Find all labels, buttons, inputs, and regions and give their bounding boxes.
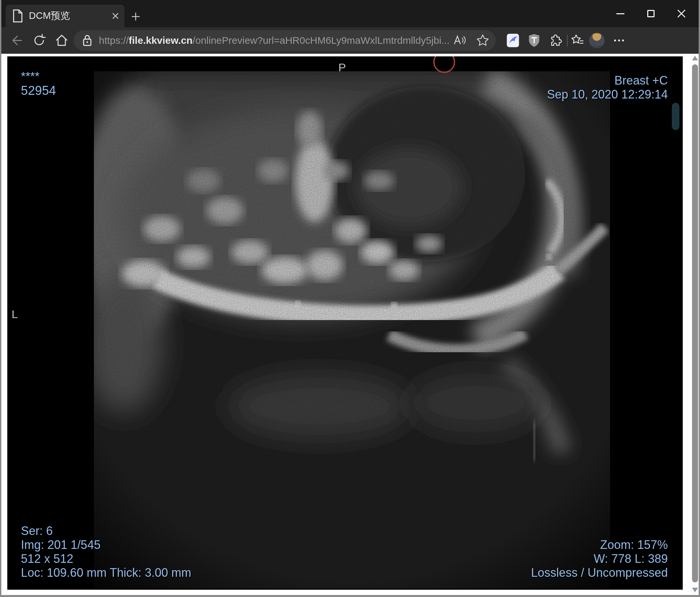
close-tab-icon[interactable] — [111, 11, 120, 20]
home-button[interactable] — [54, 33, 69, 48]
toolbar-divider — [567, 34, 568, 47]
overlay-top-right: Breast +C Sep 10, 2020 12:29:14 — [547, 74, 668, 102]
scroll-down-arrow-icon[interactable] — [692, 588, 698, 592]
titlebar: DCM预览 — [1, 0, 699, 27]
settings-menu-button[interactable] — [612, 33, 626, 48]
extension-thunder-button[interactable] — [506, 33, 520, 48]
image-number: Img: 201 1/545 — [21, 538, 192, 552]
maximize-icon — [647, 10, 654, 17]
browser-window: DCM预览 — [0, 0, 700, 597]
ellipsis-icon — [614, 40, 616, 42]
minimize-icon — [617, 13, 624, 14]
address-bar[interactable]: https://file.kkview.cn/onlinePreview?url… — [74, 30, 496, 51]
close-icon — [676, 9, 686, 19]
overlay-bottom-left: Ser: 6 Img: 201 1/545 512 x 512 Loc: 109… — [21, 524, 192, 580]
zoom-level: Zoom: 157% — [531, 538, 668, 552]
extension-tampermonkey-button[interactable] — [527, 33, 542, 48]
browser-tab[interactable]: DCM预览 — [6, 5, 124, 27]
page-scrollbar[interactable] — [691, 54, 699, 595]
stack-scroll-indicator[interactable] — [672, 103, 679, 130]
url-path: /onlinePreview?url=aHR0cHM6Ly9maWxlLmtrd… — [193, 35, 450, 46]
page-content: **** 52954 Breast +C Sep 10, 2020 12:29:… — [1, 54, 699, 595]
extensions-button[interactable] — [547, 33, 562, 48]
new-tab-button[interactable] — [129, 10, 142, 23]
maximize-button[interactable] — [635, 0, 666, 27]
matrix-size: 512 x 512 — [21, 552, 192, 566]
star-list-icon — [571, 33, 585, 48]
refresh-icon — [32, 33, 46, 48]
series-number: Ser: 6 — [21, 524, 192, 538]
compression-info: Lossless / Uncompressed — [531, 566, 668, 580]
orientation-marker-posterior: P — [339, 61, 346, 74]
back-button[interactable] — [9, 33, 24, 48]
scrollbar-thumb[interactable] — [692, 64, 698, 582]
patient-number: 52954 — [21, 84, 56, 98]
study-datetime: Sep 10, 2020 12:29:14 — [547, 87, 668, 102]
arrow-left-icon — [9, 33, 24, 48]
url-text[interactable]: https://file.kkview.cn/onlinePreview?url… — [99, 35, 452, 46]
star-icon — [476, 33, 490, 47]
orientation-marker-left: L — [11, 308, 18, 321]
patient-id-masked: **** — [21, 70, 56, 84]
url-scheme: https:// — [99, 35, 129, 46]
favorite-star-button[interactable] — [476, 33, 490, 47]
url-host: file.kkview.cn — [129, 35, 193, 46]
minimize-button[interactable] — [605, 0, 635, 27]
slice-location: Loc: 109.60 mm Thick: 3.00 mm — [21, 566, 192, 580]
study-name: Breast +C — [547, 74, 668, 87]
mri-image — [94, 71, 610, 589]
bird-extension-icon — [506, 33, 520, 48]
home-icon — [54, 33, 69, 48]
collections-button[interactable] — [571, 33, 585, 48]
puzzle-icon — [547, 33, 562, 48]
scroll-up-arrow-icon[interactable] — [692, 56, 698, 60]
refresh-button[interactable] — [32, 33, 46, 48]
lock-icon — [82, 34, 93, 47]
read-aloud-button[interactable] — [452, 34, 467, 47]
overlay-bottom-right: Zoom: 157% W: 778 L: 389 Lossless / Unco… — [531, 538, 668, 580]
profile-avatar[interactable] — [589, 33, 604, 48]
close-window-button[interactable] — [666, 0, 697, 27]
annotation-circle — [433, 56, 455, 73]
toolbar: https://file.kkview.cn/onlinePreview?url… — [1, 27, 699, 54]
overlay-top-left: **** 52954 — [21, 70, 56, 98]
window-level: W: 778 L: 389 — [531, 552, 668, 566]
dicom-canvas[interactable]: **** 52954 Breast +C Sep 10, 2020 12:29:… — [7, 56, 683, 590]
window-controls — [605, 0, 697, 27]
shield-t-icon — [527, 33, 542, 48]
tab-title: DCM预览 — [29, 9, 111, 23]
read-aloud-icon — [452, 34, 467, 47]
document-icon — [11, 9, 24, 23]
